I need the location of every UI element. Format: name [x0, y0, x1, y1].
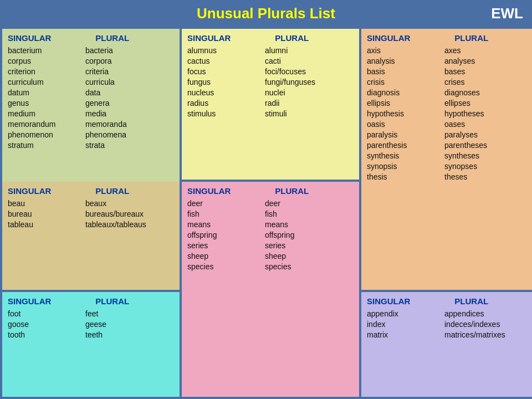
singular-word: nucleus: [187, 88, 265, 97]
plural-word: diagnoses: [444, 88, 480, 97]
word-row: appendixappendices: [367, 309, 532, 318]
word-row: ellipsisellipses: [367, 99, 532, 108]
page-header: Unusual Plurals List EWL: [0, 0, 532, 27]
plural-word: corpora: [85, 57, 111, 65]
plural-word: series: [265, 241, 285, 250]
word-row: curriculumcurricula: [8, 78, 174, 86]
word-row: analysisanalyses: [367, 57, 532, 65]
section-greek-is: SINGULARPLURALaxisaxesanalysisanalysesba…: [361, 29, 532, 290]
word-row: nucleusnuclei: [187, 88, 354, 97]
word-row: offspringoffspring: [187, 231, 354, 239]
plural-word: stimuli: [265, 109, 287, 118]
plural-word: bacteria: [85, 46, 113, 55]
plural-word: axes: [444, 46, 461, 55]
section-header-greek-is: SINGULARPLURAL: [367, 33, 532, 43]
plural-label-latin-ix: PLURAL: [454, 296, 488, 306]
plural-label-latin-um: PLURAL: [95, 33, 129, 43]
word-row: alumnusalumni: [187, 46, 354, 55]
main-grid: SINGULARPLURALbacteriumbacteriacorpuscor…: [0, 27, 532, 399]
plural-word: nuclei: [265, 88, 285, 97]
singular-word: cactus: [187, 57, 265, 65]
section-header-same-form: SINGULARPLURAL: [187, 186, 354, 196]
plural-word: geese: [85, 320, 106, 329]
plural-word: memoranda: [85, 120, 127, 129]
word-row: datumdata: [8, 88, 174, 97]
singular-word: paralysis: [367, 130, 444, 139]
singular-word: offspring: [187, 231, 265, 239]
word-row: corpuscorpora: [8, 57, 174, 65]
word-row: deerdeer: [187, 199, 354, 208]
singular-word: alumnus: [187, 46, 265, 55]
word-row: bacteriumbacteria: [8, 46, 174, 55]
singular-word: bureau: [8, 209, 85, 218]
word-row: stimulusstimuli: [187, 109, 354, 118]
word-row: fungusfungi/funguses: [187, 78, 354, 86]
plural-word: theses: [444, 172, 467, 181]
singular-word: axis: [367, 46, 444, 55]
plural-word: radii: [265, 99, 279, 108]
plural-word: species: [265, 262, 291, 271]
word-row: crisiscrises: [367, 78, 532, 86]
plural-word: beaux: [85, 199, 106, 208]
singular-word: series: [187, 241, 265, 250]
word-row: parenthesisparentheses: [367, 141, 532, 150]
singular-word: appendix: [367, 309, 444, 318]
plural-word: matrices/matrixes: [444, 330, 505, 339]
word-row: matrixmatrices/matrixes: [367, 330, 532, 339]
plural-word: curricula: [85, 78, 115, 86]
word-row: criterioncriteria: [8, 67, 174, 76]
plural-word: paralyses: [444, 130, 478, 139]
word-row: bureaubureaus/bureaux: [8, 209, 174, 218]
singular-word: criterion: [8, 67, 85, 76]
section-same-form: SINGULARPLURALdeerdeerfishfishmeansmeans…: [182, 182, 359, 397]
word-row: fishfish: [187, 209, 354, 218]
section-latin-ix: SINGULARPLURALappendixappendicesindexind…: [361, 292, 532, 397]
word-row: synopsissynopses: [367, 162, 532, 171]
word-row: oasisoases: [367, 120, 532, 129]
plural-word: sheep: [265, 252, 286, 260]
plural-word: alumni: [265, 46, 288, 55]
word-row: goosegeese: [8, 320, 174, 329]
word-row: genusgenera: [8, 99, 174, 108]
plural-label-greek-is: PLURAL: [454, 33, 488, 43]
singular-word: oasis: [367, 120, 444, 129]
plural-word: cacti: [265, 57, 281, 65]
plural-word: parentheses: [444, 141, 487, 150]
plural-label-same-form: PLURAL: [275, 186, 309, 196]
singular-word: radius: [187, 99, 265, 108]
plural-word: bureaus/bureaux: [85, 209, 144, 218]
singular-label-same-form: SINGULAR: [187, 186, 231, 196]
singular-word: datum: [8, 88, 85, 97]
plural-word: hypotheses: [444, 109, 484, 118]
plural-word: means: [265, 220, 288, 229]
singular-label-latin-us: SINGULAR: [187, 33, 231, 43]
word-row: mediummedia: [8, 109, 174, 118]
singular-word: parenthesis: [367, 141, 444, 150]
plural-label-french: PLURAL: [95, 186, 129, 196]
singular-word: medium: [8, 109, 85, 118]
word-row: footfeet: [8, 309, 174, 318]
plural-word: foci/focuses: [265, 67, 306, 76]
ewl-label: EWL: [491, 5, 523, 22]
plural-word: synopses: [444, 162, 477, 171]
word-row: stratumstrata: [8, 141, 174, 150]
word-row: beaubeaux: [8, 199, 174, 208]
singular-word: matrix: [367, 330, 444, 339]
singular-word: corpus: [8, 57, 85, 65]
plural-word: fish: [265, 209, 277, 218]
section-header-french: SINGULARPLURAL: [8, 186, 174, 196]
singular-word: focus: [187, 67, 265, 76]
section-latin-us: SINGULARPLURALalumnusalumnicactuscactifo…: [182, 29, 359, 180]
word-row: hypothesishypotheses: [367, 109, 532, 118]
section-header-irregular: SINGULARPLURAL: [8, 296, 174, 306]
word-row: cactuscacti: [187, 57, 354, 65]
word-row: toothteeth: [8, 330, 174, 339]
singular-word: stimulus: [187, 109, 265, 118]
singular-word: means: [187, 220, 265, 229]
word-row: sheepsheep: [187, 252, 354, 260]
singular-word: bacterium: [8, 46, 85, 55]
singular-word: crisis: [367, 78, 444, 86]
plural-word: syntheses: [444, 151, 479, 160]
singular-word: fish: [187, 209, 265, 218]
singular-word: deer: [187, 199, 265, 208]
